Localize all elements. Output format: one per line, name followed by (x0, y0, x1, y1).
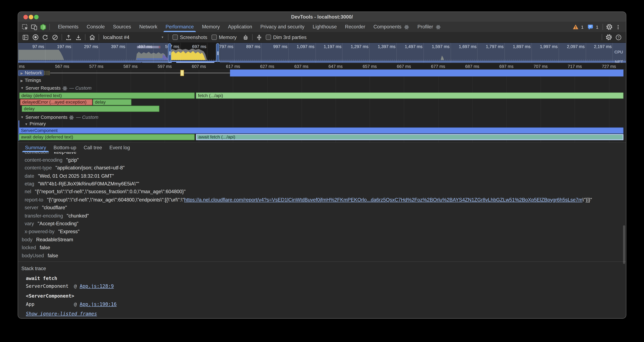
tab-sources[interactable]: Sources (109, 22, 135, 32)
header-key: x-powered-by (25, 229, 54, 234)
header-row-date: date"Wed, 01 Oct 2025 18:32:01 GMT" (18, 172, 626, 180)
overview-ruler-label: 497 ms (138, 44, 152, 49)
timeline-event-delayederror-ayed-exception[interactable]: delayedError (...ayed exception) (20, 99, 92, 105)
home-icon[interactable] (87, 33, 97, 42)
expand-arrow-icon[interactable]: ▶ (20, 72, 23, 75)
tab-recorder[interactable]: Recorder (341, 22, 370, 32)
timeline-event-delay[interactable]: delay (93, 99, 132, 105)
header-value: "Wed, 01 Oct 2025 18:32:01 GMT" (38, 173, 114, 179)
timeline-event-delay-deferred-text[interactable]: delay (deferred text) (19, 92, 195, 99)
tab-elements[interactable]: Elements (54, 22, 83, 32)
memory-checkbox[interactable] (212, 35, 217, 40)
network-track-row: ▶Network (18, 70, 626, 77)
warning-icon[interactable] (571, 23, 580, 31)
timeline-overview[interactable]: CPU NET 97 ms197 ms297 ms397 ms497 ms597… (18, 43, 626, 63)
tab-label: Application (228, 22, 252, 32)
header-row-content-type: content-type"application/json; charset=u… (18, 164, 626, 172)
toolbar-right: ? (600, 33, 624, 42)
divider (62, 34, 62, 40)
tab-console[interactable]: Console (82, 22, 109, 32)
timeline-event-fetch-api[interactable]: fetch (.../api) (196, 92, 624, 99)
node-icon[interactable] (39, 23, 48, 31)
details-tab-summary[interactable]: Summary (22, 143, 50, 152)
network-track-label[interactable]: Network (25, 70, 42, 75)
collapse-arrow-icon[interactable]: ▼ (25, 122, 28, 126)
server-requests-header[interactable]: ▼ Server Requests — Custom (18, 85, 626, 92)
show-ignore-listed-frames-link[interactable]: Show ignore-listed frames (18, 308, 626, 316)
selection-right-handle[interactable] (216, 43, 219, 62)
tab-privacy-and-security[interactable]: Privacy and security (256, 22, 308, 32)
timings-track-label[interactable]: Timings (25, 78, 41, 83)
tab-performance[interactable]: Performance (162, 22, 198, 32)
device-toolbar-icon[interactable] (30, 23, 39, 31)
details-tab-event-log[interactable]: Event log (106, 143, 134, 152)
clear-icon[interactable] (50, 33, 60, 42)
overview-ruler-label: 297 ms (84, 44, 98, 49)
header-key: locked (22, 245, 36, 250)
header-value: "Accept-Encoding" (38, 221, 78, 226)
history-select[interactable]: localhost #4 ▼ (100, 33, 166, 42)
stack-frame-source-link[interactable]: App.js:128:9 (80, 283, 114, 289)
stack-frame-source-link[interactable]: App.js:190:16 (80, 301, 117, 307)
react-atom-icon (69, 115, 74, 120)
collapse-arrow-icon[interactable]: ▼ (20, 114, 24, 121)
header-row-x-powered-by: x-powered-by"Express" (18, 228, 626, 236)
scrollbar-thumb[interactable] (623, 225, 625, 264)
tab-label: Recorder (345, 22, 365, 32)
flame-chart[interactable]: ms 567 ms577 ms587 ms597 ms607 ms617 ms6… (18, 63, 626, 142)
collapse-arrow-icon[interactable]: ▼ (20, 85, 24, 92)
header-row-etag: etag"W/\"4b1-RjEJloX9kRinu6F0MAZMmy6E5iA… (18, 180, 626, 188)
toggle-sidebar-icon[interactable] (20, 33, 30, 42)
primary-subtrack-row[interactable]: ▼Primary (18, 120, 626, 127)
overview-gridline (423, 43, 424, 63)
overview-gridline (558, 43, 559, 63)
tab-application[interactable]: Application (224, 22, 256, 32)
header-key: etag (25, 181, 34, 187)
timeline-event-delay[interactable]: delay (22, 106, 159, 112)
selection-left-handle[interactable] (168, 43, 171, 62)
history-select-value: localhost #4 (103, 34, 130, 40)
tab-label: Performance (166, 22, 194, 32)
details-tab-call-tree[interactable]: Call tree (80, 143, 106, 152)
dim-3rd-parties-checkbox[interactable] (266, 35, 271, 40)
network-request-marker[interactable] (180, 70, 184, 76)
collapse-sanddwich-icon[interactable] (254, 33, 264, 42)
header-value: "Express" (58, 229, 80, 234)
server-components-header[interactable]: ▼ Server Components — Custom (18, 114, 626, 121)
save-profile-icon[interactable] (74, 33, 83, 42)
details-tab-bottom-up[interactable]: Bottom-up (50, 143, 80, 152)
network-request-bar[interactable] (230, 70, 624, 76)
garbage-collect-icon[interactable] (241, 33, 250, 42)
tab-profiler[interactable]: Profiler (413, 22, 445, 32)
header-key: nel (25, 189, 32, 195)
panel-tabs: ElementsConsoleSourcesNetworkPerformance… (54, 22, 445, 32)
header-value-link[interactable]: https://a.nel.cloudflare.com/report/v4?s… (184, 197, 582, 203)
reload-record-icon[interactable] (40, 33, 50, 42)
overview-gridline (586, 43, 586, 63)
tab-components[interactable]: Components (370, 22, 413, 32)
header-value: "application/json; charset=utf-8" (56, 165, 124, 171)
capture-settings-gear-icon[interactable] (604, 33, 614, 42)
react-atom-icon (436, 25, 441, 29)
overview-ruler-label: 2,097 ms (567, 44, 584, 49)
settings-gear-icon[interactable] (604, 23, 614, 31)
more-options-kebab-icon[interactable] (614, 23, 622, 31)
timeline-event-servercomponent[interactable]: ServerComponent (19, 127, 624, 134)
tab-lighthouse[interactable]: Lighthouse (308, 22, 341, 32)
inspect-element-icon[interactable] (20, 23, 30, 31)
react-atom-icon (62, 86, 67, 91)
help-icon[interactable]: ? (614, 33, 624, 42)
flame-ruler-label: 607 ms (192, 64, 206, 68)
overview-ruler-label: 197 ms (57, 44, 71, 49)
timeline-event-await-fetch-api[interactable]: await fetch (.../api) (196, 134, 624, 140)
load-profile-icon[interactable] (64, 33, 74, 42)
header-row-bodyused: bodyUsedfalse (18, 252, 626, 260)
issues-icon[interactable] (586, 23, 595, 31)
timeline-event-await-delay-deferred-text[interactable]: await delay (deferred text) (19, 134, 194, 140)
tab-network[interactable]: Network (135, 22, 162, 32)
tab-memory[interactable]: Memory (198, 22, 224, 32)
expand-arrow-icon[interactable]: ▶ (20, 79, 23, 82)
screenshots-checkbox[interactable] (172, 35, 178, 40)
record-icon[interactable] (30, 33, 40, 42)
overview-gridline (396, 43, 397, 63)
